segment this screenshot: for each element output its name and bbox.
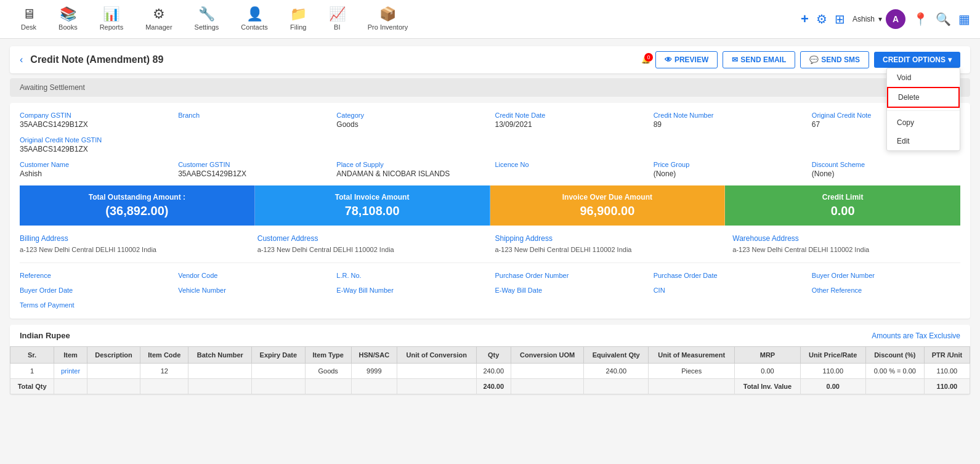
billing-address-value: a-123 New Delhi Central DELHI 110002 Ind… [20,246,156,253]
filing-icon: 📁 [290,6,307,22]
buyer-order-number-label: Buyer Order Number [812,272,960,279]
original-credit-note-value: 67 [812,120,820,129]
total-cell-12 [649,379,735,394]
table-cell: Goods [305,364,351,379]
dropdown-arrow-icon: ▾ [948,55,952,64]
nav-item-desk[interactable]: 🖥Desk [10,0,47,39]
lr-no-label: L.R. No. [336,272,485,279]
dropdown-item-copy[interactable]: Copy [887,113,960,132]
nav-label-filing: Filing [290,23,306,31]
invoice-overdue-value: 96,900.00 [500,204,715,218]
total-outstanding-value: (36,892.00) [30,204,245,218]
nav-item-bi[interactable]: 📈BI [318,0,357,39]
column-header-hsn-sac: HSN/SAC [351,347,397,364]
table-cell: Pieces [649,364,735,379]
table-cell: 240.00 [584,364,649,379]
nav-item-books[interactable]: 📚Books [47,0,89,39]
chevron-down-icon: ▾ [878,15,882,23]
dropdown-item-edit[interactable]: Edit [887,132,960,150]
pro_inventory-icon: 📦 [379,6,396,22]
total-cell-14: 0.00 [800,379,865,394]
vendor-code-item: Vendor Code [178,272,326,280]
send-sms-button[interactable]: 💬 SEND SMS [800,51,869,68]
status-bar: Awaiting Settlement [10,78,970,97]
nav-item-pro_inventory[interactable]: 📦Pro Inventory [357,0,419,39]
customer-gstin-label: Customer GSTIN [178,161,326,168]
preview-button[interactable]: 👁 PREVIEW [655,51,718,68]
vendor-code-label: Vendor Code [178,272,326,279]
reference-label: Reference [20,272,168,279]
place-of-supply-label: Place of Supply [336,161,485,168]
nav-item-settings[interactable]: 🔧Settings [184,0,230,39]
total-cell-1 [54,379,87,394]
total-cell-7 [351,379,397,394]
nav-label-bi: BI [334,23,340,31]
dropdown-item-delete[interactable]: Delete [887,87,960,108]
table-cell[interactable]: printer [54,364,87,379]
settings-icon: 🔧 [198,6,215,22]
customer-name-value: Ashish [20,169,42,178]
total-cell-0: Total Qty [10,379,54,394]
table-total-row: Total Qty240.00Total Inv. Value0.00110.0… [10,379,970,394]
credit-note-number-value: 89 [654,120,662,129]
vehicle-number-item: Vehicle Number [178,287,326,295]
column-header-unit-of-measurement: Unit of Measurement [649,347,735,364]
grid-icon[interactable]: ⊞ [835,12,845,26]
purchase-order-number-label: Purchase Order Number [495,272,644,279]
table-cell: 0.00 [735,364,800,379]
column-header-conversion-uom: Conversion UOM [511,347,583,364]
billing-address-label[interactable]: Billing Address [20,234,248,243]
grid2-icon[interactable]: ▦ [958,12,970,26]
nav-item-manager[interactable]: ⚙Manager [134,0,183,39]
nav-item-reports[interactable]: 📊Reports [89,0,135,39]
credit-limit-label: Credit Limit [735,193,950,201]
credit-note-date-label: Credit Note Date [495,112,644,119]
tax-exclusive-label: Amounts are Tax Exclusive [872,332,960,340]
settings-icon[interactable]: ⚙ [816,12,827,26]
total-cell-5 [252,379,305,394]
total-cell-10 [511,379,583,394]
total-cell-9: 240.00 [476,379,511,394]
eye-icon: 👁 [665,55,672,64]
back-button[interactable]: ‹ [20,54,23,65]
reports-icon: 📊 [103,6,119,22]
total-invoice-value: 78,108.00 [265,204,480,218]
total-outstanding-label: Total Outstanding Amount : [30,193,245,201]
add-button[interactable]: + [801,11,809,27]
search-icon[interactable]: 🔍 [936,12,951,26]
nav-item-filing[interactable]: 📁Filing [279,0,318,39]
info-grid-row2: Customer Name Ashish Customer GSTIN 35AA… [20,161,960,178]
table-cell: 1 [10,364,54,379]
location-icon[interactable]: 📍 [913,12,928,26]
original-gstin-row: Original Credit Note GSTIN 35AABCS1429B1… [20,136,960,153]
price-group-value: (None) [654,169,676,178]
dropdown-item-void[interactable]: Void [887,68,960,87]
shipping-address-value: a-123 New Delhi Central DELHI 110002 Ind… [495,246,632,253]
category-value: Goods [336,120,358,129]
manager-icon: ⚙ [153,6,165,22]
send-email-button[interactable]: ✉ SEND EMAIL [723,51,795,68]
nav-label-manager: Manager [145,23,172,31]
column-header-batch-number: Batch Number [188,347,252,364]
user-menu[interactable]: Ashish ▾ A [852,9,905,29]
lr-no-item: L.R. No. [336,272,485,280]
notification-badge: 0 [644,53,653,62]
column-header-item: Item [54,347,87,364]
credit-limit-value: 0.00 [735,204,950,218]
nav-item-contacts[interactable]: 👤Contacts [230,0,278,39]
shipping-address-label[interactable]: Shipping Address [495,234,723,243]
category-label: Category [336,112,485,119]
category-item: Category Goods [336,112,485,129]
notification-bell[interactable]: 🔔 0 [641,55,650,64]
table-row: 1printer12Goods9999240.00240.00Pieces0.0… [10,364,970,379]
terms-row: Terms of Payment [20,301,960,309]
credit-limit-box: Credit Limit 0.00 [725,185,960,226]
nav-label-settings: Settings [195,23,219,31]
original-gstin-label: Original Credit Note GSTIN [20,136,960,144]
customer-address-label[interactable]: Customer Address [257,234,485,243]
credit-note-number-label: Credit Note Number [654,112,802,119]
place-of-supply-value: ANDAMAN & NICOBAR ISLANDS [336,169,450,178]
warehouse-address-label[interactable]: Warehouse Address [732,234,960,243]
licence-no-item: Licence No [495,161,644,178]
credit-options-button[interactable]: CREDIT OPTIONS ▾ [874,52,960,68]
